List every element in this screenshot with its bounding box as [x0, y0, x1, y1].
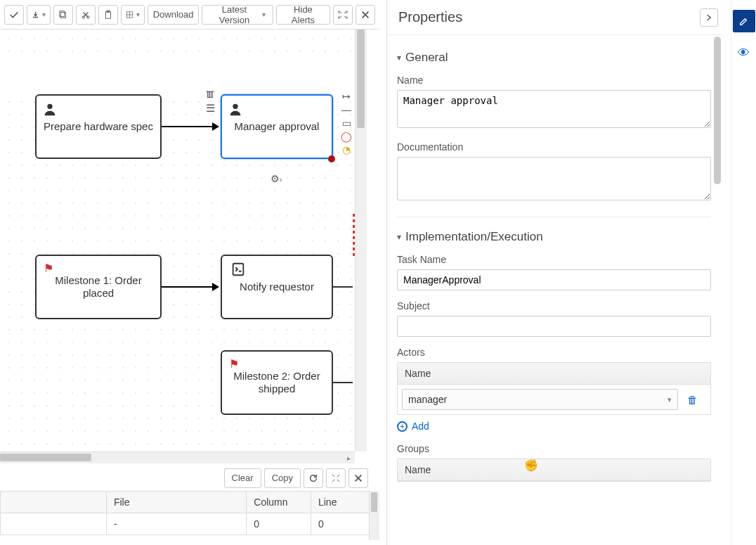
- groups-label: Groups: [397, 443, 711, 454]
- problems-scrollbar[interactable]: [369, 491, 379, 540]
- node-palette: ↦ — ▭ ◯ ◔: [340, 91, 353, 155]
- svg-rect-4: [106, 11, 111, 18]
- cell-column: 0: [247, 513, 311, 535]
- expand-problems-button[interactable]: [326, 468, 346, 488]
- section-divider: [397, 217, 711, 217]
- actors-label: Actors: [397, 347, 711, 358]
- paste-icon-button[interactable]: [98, 5, 118, 25]
- hide-alerts-button[interactable]: Hide Alerts: [276, 5, 330, 25]
- node-milestone-2[interactable]: ⚑ Milestone 2: Order shipped: [221, 350, 333, 415]
- collapse-panel-button[interactable]: [700, 8, 718, 27]
- download-icon-button[interactable]: ▾: [27, 5, 51, 25]
- plus-icon: +: [397, 421, 408, 432]
- actors-table: Name manager ▾ 🗑: [397, 362, 711, 415]
- scroll-right-icon[interactable]: ▸: [343, 452, 355, 464]
- user-task-icon: [228, 101, 243, 120]
- problems-table: File Column Line - 0 0: [0, 491, 379, 535]
- copy-icon-button[interactable]: [53, 5, 73, 25]
- validate-button[interactable]: [4, 5, 24, 25]
- diagram-canvas[interactable]: Prepare hardware spec Manager approval ⚙…: [0, 30, 355, 451]
- actor-row: manager ▾ 🗑: [398, 385, 710, 414]
- groups-column-name: Name: [405, 464, 675, 475]
- palette-timer-icon[interactable]: ◔: [342, 145, 351, 155]
- actor-select-value: manager: [408, 394, 447, 405]
- node-label: Prepare hardware spec: [44, 120, 153, 133]
- column-header-column[interactable]: Column: [247, 492, 311, 513]
- problems-panel: File Column Line - 0 0: [0, 491, 379, 535]
- node-manager-approval[interactable]: Manager approval: [221, 94, 333, 159]
- taskname-input[interactable]: [397, 269, 711, 290]
- add-actor-button[interactable]: + Add: [397, 421, 429, 432]
- cut-icon-button[interactable]: [76, 5, 96, 25]
- add-label: Add: [412, 421, 429, 432]
- properties-title: Properties: [398, 9, 462, 25]
- palette-connect-icon[interactable]: ↦: [342, 91, 351, 101]
- latest-version-label: Latest Version: [209, 4, 259, 25]
- copy-button[interactable]: Copy: [264, 468, 301, 488]
- svg-point-7: [47, 104, 52, 109]
- editor-toolbar: ▾ ▾ Download Latest Version ▾ Hide Alert…: [0, 0, 379, 30]
- table-row[interactable]: - 0 0: [1, 513, 379, 535]
- sequence-flow-stub-1[interactable]: [333, 286, 353, 288]
- chevron-down-icon: ▾: [667, 395, 672, 404]
- documentation-input[interactable]: [397, 157, 711, 200]
- canvas-footer-toolbar: Clear Copy: [0, 466, 379, 489]
- properties-scrollbar[interactable]: [714, 37, 722, 529]
- close-button[interactable]: [356, 5, 375, 25]
- expand-button[interactable]: [333, 5, 353, 25]
- canvas-vertical-scrollbar[interactable]: [355, 30, 367, 451]
- canvas-horizontal-scrollbar[interactable]: ▸: [0, 451, 355, 463]
- properties-icon[interactable]: ☰: [206, 102, 215, 115]
- column-header-file[interactable]: File: [106, 492, 246, 513]
- section-general-label: General: [405, 51, 448, 65]
- download-button[interactable]: Download: [148, 5, 199, 25]
- gears-icon[interactable]: ⚙›: [271, 173, 282, 184]
- properties-panel: Properties ▾ General Name Documentation …: [386, 0, 724, 545]
- node-label: Notify requestor: [240, 281, 314, 293]
- user-task-icon: [42, 101, 58, 120]
- diagram-canvas-area: Prepare hardware spec Manager approval ⚙…: [0, 30, 379, 466]
- sequence-flow-1[interactable]: [162, 126, 218, 127]
- svg-point-8: [233, 104, 237, 109]
- actors-column-name: Name: [405, 368, 675, 379]
- sequence-flow-stub-2[interactable]: [333, 382, 353, 383]
- node-label: Manager approval: [235, 120, 320, 133]
- chevron-down-icon: ▾: [397, 53, 401, 63]
- milestone-flag-icon: ⚑: [44, 262, 53, 275]
- subject-label: Subject: [397, 300, 711, 312]
- palette-line-icon[interactable]: —: [341, 105, 351, 115]
- chevron-down-icon: ▾: [397, 232, 401, 242]
- sequence-flow-2[interactable]: [162, 286, 218, 288]
- node-milestone-1[interactable]: ⚑ Milestone 1: Order placed: [35, 255, 162, 319]
- palette-task-icon[interactable]: ▭: [342, 118, 351, 128]
- name-label: Name: [397, 75, 711, 86]
- palette-end-event-icon[interactable]: ◯: [341, 132, 352, 141]
- latest-version-button[interactable]: Latest Version ▾: [202, 5, 273, 25]
- groups-table: Name: [397, 459, 711, 482]
- script-task-icon: [230, 262, 246, 280]
- grid-menu-button[interactable]: ▾: [121, 5, 145, 25]
- svg-rect-1: [60, 11, 65, 16]
- delete-actor-button[interactable]: 🗑: [678, 394, 706, 406]
- section-general-header[interactable]: ▾ General: [397, 51, 711, 65]
- right-rail: 👁: [731, 0, 756, 545]
- documentation-label: Documentation: [397, 141, 711, 153]
- subject-input[interactable]: [397, 316, 711, 337]
- close-problems-button[interactable]: [348, 468, 368, 488]
- preview-button[interactable]: 👁: [738, 46, 750, 60]
- refresh-button[interactable]: [304, 468, 323, 488]
- node-label: Milestone 2: Order shipped: [228, 370, 326, 395]
- section-implementation-label: Implementation/Execution: [405, 230, 543, 244]
- clear-button[interactable]: Clear: [224, 468, 261, 488]
- edit-mode-button[interactable]: [733, 10, 755, 32]
- node-context-toolbar: 🗑 ☰: [205, 87, 216, 115]
- node-prepare-hardware-spec[interactable]: Prepare hardware spec: [35, 94, 162, 159]
- name-input[interactable]: [397, 90, 711, 128]
- milestone-flag-icon: ⚑: [229, 357, 239, 371]
- actor-select[interactable]: manager ▾: [402, 389, 678, 410]
- taskname-label: Task Name: [397, 254, 711, 265]
- section-implementation-header[interactable]: ▾ Implementation/Execution: [397, 230, 711, 244]
- cell-file: -: [106, 513, 246, 535]
- selection-handle[interactable]: [328, 155, 335, 162]
- node-notify-requestor[interactable]: Notify requestor: [221, 255, 333, 319]
